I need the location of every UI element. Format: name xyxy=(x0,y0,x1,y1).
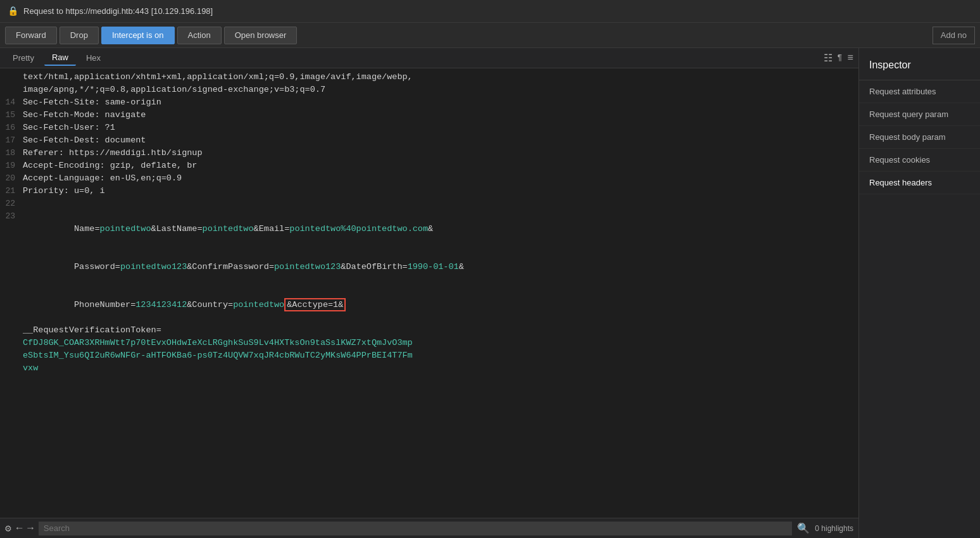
code-line-22: 22 xyxy=(0,197,858,210)
code-line-15: 15 Sec-Fetch-Mode: navigate xyxy=(0,109,858,122)
code-line-23: 23 Name=pointedtwo&LastName=pointedtwo&E… xyxy=(0,210,858,248)
action-button[interactable]: Action xyxy=(177,27,222,44)
inspector-cookies[interactable]: Request cookies xyxy=(859,149,980,172)
inspector-query-params[interactable]: Request query param xyxy=(859,103,980,126)
tab-pretty[interactable]: Pretty xyxy=(5,51,42,65)
bottom-bar: ⚙ ← → 🔍 0 highlights xyxy=(0,518,858,538)
code-line-23c: PhoneNumber=1234123412&Country=pointedtw… xyxy=(0,286,858,324)
back-icon[interactable]: ← xyxy=(16,523,23,534)
code-line-21: 21 Priority: u=0, i xyxy=(0,185,858,197)
code-area[interactable]: text/html,application/xhtml+xml,applicat… xyxy=(0,68,858,518)
tab-icons: ☷ ¶ ≡ xyxy=(824,52,853,65)
search-icon[interactable]: 🔍 xyxy=(797,522,810,535)
tab-bar: Pretty Raw Hex ☷ ¶ ≡ xyxy=(0,48,858,68)
inspector-panel: Inspector Request attributes Request que… xyxy=(858,48,980,538)
toolbar: Forward Drop Intercept is on Action Open… xyxy=(0,23,980,48)
tab-raw[interactable]: Raw xyxy=(44,50,76,66)
code-line-20: 20 Accept-Language: en-US,en;q=0.9 xyxy=(0,172,858,185)
highlighted-acctype: &Acctype=1& xyxy=(284,298,346,311)
tab-hex[interactable]: Hex xyxy=(79,51,108,65)
code-line-cont1: text/html,application/xhtml+xml,applicat… xyxy=(0,71,858,84)
code-line-token2: eSbtsIM_Ysu6QI2uR6wNFGr-aHTFOKBa6-ps0Tz4… xyxy=(0,349,858,362)
code-line-18: 18 Referer: https://meddigi.htb/signup xyxy=(0,147,858,160)
forward-button[interactable]: Forward xyxy=(5,27,57,44)
title-text: Request to https://meddigi.htb:443 [10.1… xyxy=(23,6,213,16)
drop-button[interactable]: Drop xyxy=(60,27,99,44)
settings-icon[interactable]: ⚙ xyxy=(5,522,11,535)
lock-icon: 🔒 xyxy=(8,6,18,16)
code-line-19: 19 Accept-Encoding: gzip, deflate, br xyxy=(0,160,858,172)
menu-icon[interactable]: ≡ xyxy=(847,53,853,64)
code-line-token1: CfDJ8GK_COAR3XRHmWtt7p70tEvxOHdwIeXcLRGg… xyxy=(0,337,858,349)
code-line-23b: Password=pointedtwo123&ConfirmPassword=p… xyxy=(0,248,858,286)
inspector-headers[interactable]: Request headers xyxy=(859,172,980,194)
open-browser-button[interactable]: Open browser xyxy=(224,27,298,44)
inspector-body-params[interactable]: Request body param xyxy=(859,126,980,149)
code-line-16: 16 Sec-Fetch-User: ?1 xyxy=(0,122,858,134)
left-panel: Pretty Raw Hex ☷ ¶ ≡ text/html,applicati… xyxy=(0,48,858,538)
code-line-23d: __RequestVerificationToken= xyxy=(0,324,858,337)
forward-nav-icon[interactable]: → xyxy=(27,523,34,534)
highlight-count: 0 highlights xyxy=(815,524,853,533)
search-input[interactable] xyxy=(39,522,792,535)
title-bar: 🔒 Request to https://meddigi.htb:443 [10… xyxy=(0,0,980,23)
copy-icon[interactable]: ☷ xyxy=(824,52,832,65)
intercept-button[interactable]: Intercept is on xyxy=(101,27,175,44)
wrap-icon[interactable]: ¶ xyxy=(838,53,843,63)
code-line-token3: vxw xyxy=(0,362,858,375)
inspector-title: Inspector xyxy=(859,48,980,80)
code-line-14: 14 Sec-Fetch-Site: same-origin xyxy=(0,96,858,109)
code-line-17: 17 Sec-Fetch-Dest: document xyxy=(0,134,858,147)
main-container: Pretty Raw Hex ☷ ¶ ≡ text/html,applicati… xyxy=(0,48,980,538)
code-line-cont2: image/apng,*/*;q=0.8,application/signed-… xyxy=(0,84,858,96)
inspector-request-attributes[interactable]: Request attributes xyxy=(859,80,980,103)
add-note-button[interactable]: Add no xyxy=(933,27,975,44)
